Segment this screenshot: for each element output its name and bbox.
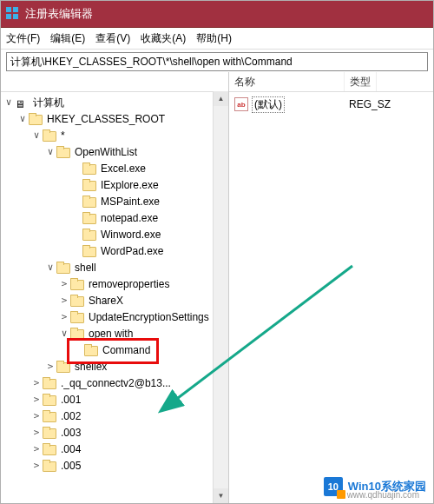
tree-node-hkcr[interactable]: HKEY_CLASSES_ROOT: [45, 111, 167, 127]
menu-file[interactable]: 文件(F): [6, 31, 40, 46]
watermark: 10 Win10系统家园 www.qdhuajin.com: [324, 477, 426, 496]
address-bar: 计算机\HKEY_CLASSES_ROOT\*\shell\open with\…: [1, 50, 433, 75]
twisty-icon[interactable]: >: [58, 293, 70, 308]
twisty-icon[interactable]: ∨: [16, 111, 29, 127]
twisty-icon[interactable]: ∨: [44, 144, 56, 160]
twisty-icon[interactable]: ∨: [3, 95, 15, 110]
folder-icon: [29, 113, 43, 125]
column-type[interactable]: 类型: [345, 72, 377, 91]
folder-icon: [43, 377, 56, 389]
tree-node[interactable]: .003: [59, 425, 82, 441]
tree-node[interactable]: MSPaint.exe: [99, 194, 161, 209]
folder-icon: [82, 179, 96, 191]
tree-node-computer[interactable]: 计算机: [31, 95, 66, 110]
folder-icon: [84, 344, 98, 356]
tree-node[interactable]: .001: [59, 392, 82, 408]
tree-node[interactable]: Excel.exe: [99, 161, 148, 176]
folder-icon: [56, 361, 70, 373]
folder-icon: [82, 229, 96, 241]
twisty-icon[interactable]: >: [30, 458, 43, 474]
folder-icon: [70, 311, 84, 323]
twisty-icon[interactable]: >: [58, 276, 70, 292]
scroll-up-icon[interactable]: ▲: [214, 91, 228, 106]
watermark-logo: 10: [324, 477, 343, 496]
tree-node[interactable]: .005: [59, 458, 82, 474]
tree-node[interactable]: WordPad.exe: [99, 243, 166, 259]
tree-node[interactable]: ShareX: [87, 293, 125, 308]
twisty-icon[interactable]: ∨: [44, 260, 56, 275]
list-pane: 名称 类型 ab (默认) REG_SZ: [229, 72, 433, 503]
tree-node-openwithlist[interactable]: OpenWithList: [73, 144, 139, 160]
address-input[interactable]: 计算机\HKEY_CLASSES_ROOT\*\shell\open with\…: [6, 52, 428, 71]
string-value-icon: ab: [234, 97, 248, 111]
tree-scrollbar[interactable]: ▲ ▼: [213, 91, 228, 503]
tree-pane: ∨计算机 ∨HKEY_CLASSES_ROOT ∨* ∨OpenWithList…: [1, 72, 229, 503]
tree-node-openwith[interactable]: open with: [87, 326, 135, 342]
value-type: REG_SZ: [344, 98, 396, 110]
menu-bar: 文件(F) 编辑(E) 查看(V) 收藏夹(A) 帮助(H): [1, 28, 433, 50]
twisty-icon[interactable]: >: [30, 441, 43, 457]
value-name: (默认): [252, 96, 285, 113]
tree-node[interactable]: notepad.exe: [99, 210, 160, 226]
folder-icon: [43, 460, 56, 472]
computer-icon: [15, 96, 29, 109]
window-titlebar: 注册表编辑器: [1, 1, 433, 28]
tree-header: [1, 72, 228, 92]
folder-icon: [82, 212, 96, 224]
tree-node[interactable]: UpdateEncryptionSettings: [87, 309, 211, 325]
folder-icon: [56, 262, 70, 274]
watermark-url: www.qdhuajin.com: [347, 490, 419, 500]
folder-icon: [43, 443, 56, 455]
folder-icon: [82, 196, 96, 208]
folder-icon: [70, 278, 84, 290]
menu-edit[interactable]: 编辑(E): [50, 31, 85, 46]
list-row[interactable]: ab (默认) REG_SZ: [229, 96, 433, 113]
folder-icon: [43, 410, 56, 422]
column-name[interactable]: 名称: [229, 72, 345, 91]
folder-icon: [82, 162, 96, 175]
folder-icon: [43, 129, 56, 142]
tree-node[interactable]: .002: [59, 408, 82, 424]
tree-node-shell[interactable]: shell: [73, 260, 98, 275]
menu-favorites[interactable]: 收藏夹(A): [141, 31, 186, 46]
twisty-icon[interactable]: ∨: [30, 128, 43, 143]
folder-icon: [82, 245, 96, 257]
folder-icon: [43, 427, 56, 439]
tree-node[interactable]: IExplore.exe: [99, 177, 161, 193]
folder-icon: [43, 394, 56, 406]
tree-node-shellex[interactable]: shellex: [73, 359, 108, 375]
twisty-icon[interactable]: ∨: [58, 326, 70, 342]
folder-icon: [70, 295, 84, 307]
tree-node-command[interactable]: Command: [101, 342, 152, 358]
menu-help[interactable]: 帮助(H): [196, 31, 232, 46]
tree-node[interactable]: Winword.exe: [99, 227, 162, 242]
menu-view[interactable]: 查看(V): [95, 31, 130, 46]
tree-node[interactable]: removeproperties: [87, 276, 171, 292]
tree-node-star[interactable]: *: [59, 128, 67, 143]
list-header: 名称 类型: [229, 72, 433, 92]
twisty-icon[interactable]: >: [30, 392, 43, 408]
twisty-icon[interactable]: >: [30, 375, 43, 391]
window-title: 注册表编辑器: [25, 6, 93, 22]
twisty-icon[interactable]: >: [44, 359, 56, 375]
tree-node-qq[interactable]: ._qq_connectv2@b13...: [59, 375, 173, 391]
folder-icon: [56, 146, 70, 158]
twisty-icon[interactable]: >: [30, 425, 43, 441]
twisty-icon[interactable]: >: [30, 408, 43, 424]
twisty-icon[interactable]: >: [58, 309, 70, 325]
folder-icon: [70, 328, 84, 340]
app-icon: [6, 7, 20, 21]
scroll-down-icon[interactable]: ▼: [214, 488, 228, 503]
tree-body[interactable]: ∨计算机 ∨HKEY_CLASSES_ROOT ∨* ∨OpenWithList…: [1, 92, 228, 475]
tree-node[interactable]: .004: [59, 441, 82, 457]
